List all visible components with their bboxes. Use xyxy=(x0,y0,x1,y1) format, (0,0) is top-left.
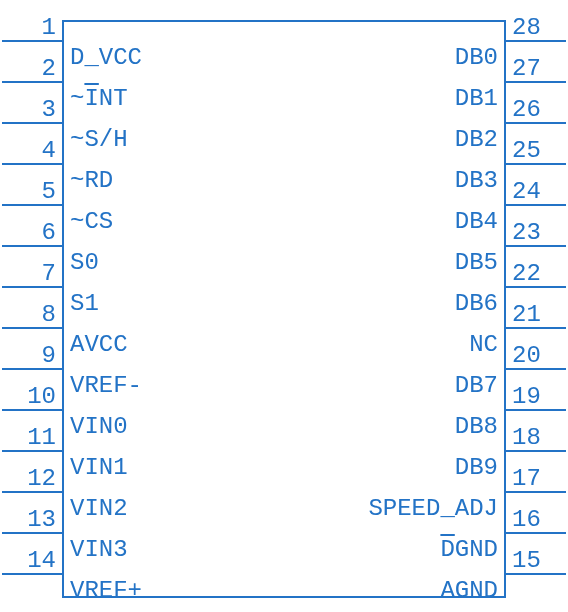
pin-label-23: DB5 xyxy=(455,249,498,276)
pin-number-28: 28 xyxy=(512,14,568,41)
pin-number-13: 13 xyxy=(0,506,56,533)
pin-label-10: VIN0 xyxy=(70,413,128,440)
pin-number-2: 2 xyxy=(0,55,56,82)
pin-number-8: 8 xyxy=(0,301,56,328)
pin-number-1: 1 xyxy=(0,14,56,41)
pin-label-1: D_VCC xyxy=(70,44,142,71)
pin-label-5: ~CS xyxy=(70,208,113,235)
pin-number-9: 9 xyxy=(0,342,56,369)
pin-number-23: 23 xyxy=(512,219,568,246)
pin-number-17: 17 xyxy=(512,465,568,492)
pin-label-21: NC xyxy=(469,331,498,358)
pin-label-7: S1 xyxy=(70,290,99,317)
pin-label-20: DB7 xyxy=(455,372,498,399)
pin-number-22: 22 xyxy=(512,260,568,287)
pin-label-26: DB2 xyxy=(455,126,498,153)
chip-diagram: 1D_VCC2~INT3~S/H4~RD5~CS6S07S18AVCC9VREF… xyxy=(0,0,568,612)
pin-label-3: ~S/H xyxy=(70,126,128,153)
pin-label-8: AVCC xyxy=(70,331,128,358)
pin-label-22: DB6 xyxy=(455,290,498,317)
pin-label-25: DB3 xyxy=(455,167,498,194)
pin-number-25: 25 xyxy=(512,137,568,164)
pin-label-13: VIN3 xyxy=(70,536,128,563)
pin-number-10: 10 xyxy=(0,383,56,410)
pin-label-14: VREF+ xyxy=(70,577,142,604)
pin-label-28: DB0 xyxy=(455,44,498,71)
pin-label-2: ~INT xyxy=(70,85,128,112)
pin-label-24: DB4 xyxy=(455,208,498,235)
pin-number-24: 24 xyxy=(512,178,568,205)
pin-label-19: DB8 xyxy=(455,413,498,440)
pin-number-15: 15 xyxy=(512,547,568,574)
pin-number-16: 16 xyxy=(512,506,568,533)
pin-label-9: VREF- xyxy=(70,372,142,399)
pin-number-18: 18 xyxy=(512,424,568,451)
pin-label-27: DB1 xyxy=(455,85,498,112)
pin-number-21: 21 xyxy=(512,301,568,328)
pin-number-7: 7 xyxy=(0,260,56,287)
pin-label-18: DB9 xyxy=(455,454,498,481)
pin-label-16: DGND xyxy=(440,536,498,563)
pin-number-5: 5 xyxy=(0,178,56,205)
pin-label-11: VIN1 xyxy=(70,454,128,481)
pin-label-4: ~RD xyxy=(70,167,113,194)
pin-number-6: 6 xyxy=(0,219,56,246)
pin-label-15: AGND xyxy=(440,577,498,604)
pin-label-17: SPEED_ADJ xyxy=(368,495,498,522)
pin-number-11: 11 xyxy=(0,424,56,451)
pin-number-4: 4 xyxy=(0,137,56,164)
pin-number-20: 20 xyxy=(512,342,568,369)
pin-number-19: 19 xyxy=(512,383,568,410)
pin-number-3: 3 xyxy=(0,96,56,123)
pin-number-12: 12 xyxy=(0,465,56,492)
pin-label-12: VIN2 xyxy=(70,495,128,522)
pin-label-6: S0 xyxy=(70,249,99,276)
pin-number-26: 26 xyxy=(512,96,568,123)
pin-number-14: 14 xyxy=(0,547,56,574)
pin-number-27: 27 xyxy=(512,55,568,82)
